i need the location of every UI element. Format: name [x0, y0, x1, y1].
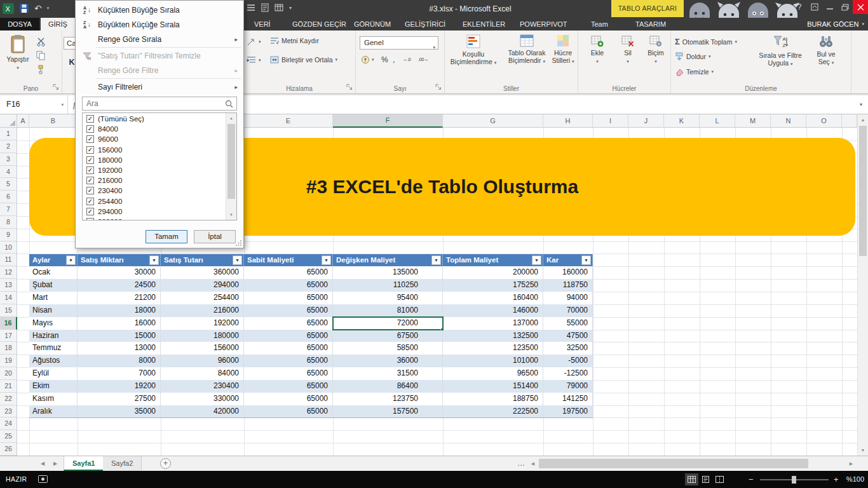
cell-F22[interactable]: 123750 [333, 393, 443, 405]
cell-H14[interactable]: 94000 [543, 292, 593, 304]
cell-F16[interactable]: 72000 [333, 317, 443, 330]
cell-F12[interactable]: 135000 [333, 266, 443, 279]
row-header-9[interactable]: 9 [0, 229, 17, 241]
cell-C15[interactable]: 18000 [78, 304, 161, 317]
conditional-formatting-button[interactable]: Koşullu Biçimlendirme ▾ [447, 33, 499, 67]
cell-E14[interactable]: 65000 [244, 292, 333, 304]
decrease-decimal-icon[interactable]: .00→ [418, 57, 428, 62]
search-icon[interactable] [225, 100, 233, 108]
cell-E22[interactable]: 65000 [244, 393, 333, 405]
row-header-14[interactable]: 14 [0, 292, 17, 304]
account-user[interactable]: BURAK GÖCEN▾ [807, 18, 864, 30]
checkbox-checked[interactable]: ✓ [86, 198, 94, 205]
qat-menu-icon[interactable] [247, 4, 255, 11]
cell-C20[interactable]: 7000 [78, 367, 161, 380]
row-header-1[interactable]: 1 [0, 128, 17, 140]
cell-G19[interactable]: 101000 [443, 355, 543, 367]
cell-B20[interactable]: Eylül [29, 367, 78, 380]
save-icon[interactable] [19, 3, 29, 13]
table-header-Toplam Maliyet[interactable]: Toplam Maliyet▼ [443, 254, 543, 267]
increase-decimal-icon[interactable]: ←.0 [403, 57, 410, 62]
filter-list-scroll-thumb[interactable] [227, 124, 235, 199]
checkbox-checked[interactable]: ✓ [86, 187, 94, 194]
cell-F15[interactable]: 81000 [333, 304, 443, 317]
column-header-L[interactable]: L [700, 114, 735, 128]
column-header-M[interactable]: M [735, 114, 771, 128]
zoom-out-icon[interactable]: − [749, 471, 754, 488]
table-header-Satış Tutarı[interactable]: Satış Tutarı▼ [161, 254, 244, 267]
restore-icon[interactable] [837, 0, 853, 14]
cell-F18[interactable]: 58500 [333, 342, 443, 355]
filter-list-scrollbar[interactable]: ▲ ▼ [226, 113, 236, 220]
column-header-B[interactable]: B [29, 114, 78, 128]
filter-dropdown-icon[interactable]: ▼ [66, 255, 76, 265]
cell-F17[interactable]: 67500 [333, 330, 443, 342]
tab-tasarim[interactable]: TASARIM [628, 18, 674, 30]
number-dialog-launcher[interactable] [435, 84, 442, 91]
cell-F21[interactable]: 86400 [333, 380, 443, 393]
row-header-20[interactable]: 20 [0, 367, 17, 380]
cell-B16[interactable]: Mayıs [29, 317, 78, 330]
scroll-up-icon[interactable]: ▲ [226, 113, 236, 123]
scroll-left-icon[interactable]: ◀ [527, 458, 538, 470]
table-header-Kar[interactable]: Kar▼ [543, 254, 593, 267]
cancel-button[interactable]: İptal [194, 230, 236, 243]
row-header-5[interactable]: 5 [0, 178, 17, 191]
row-header-22[interactable]: 22 [0, 393, 17, 405]
checkbox-checked[interactable]: ✓ [86, 177, 94, 184]
row-header-13[interactable]: 13 [0, 279, 17, 292]
normal-view-icon[interactable] [685, 473, 698, 485]
cell-D13[interactable]: 294000 [161, 279, 244, 292]
horizontal-scroll-thumb[interactable] [539, 459, 808, 468]
cell-H21[interactable]: 79000 [543, 380, 593, 393]
cell-C19[interactable]: 8000 [78, 355, 161, 367]
checkbox-checked[interactable]: ✓ [86, 156, 94, 164]
cell-F14[interactable]: 95400 [333, 292, 443, 304]
cell-D16[interactable]: 192000 [161, 317, 244, 330]
macro-record-icon[interactable] [38, 475, 48, 483]
cell-G13[interactable]: 175250 [443, 279, 543, 292]
format-cells-button[interactable]: Biçim▾ [642, 36, 670, 65]
cell-G22[interactable]: 188750 [443, 393, 543, 405]
cell-B17[interactable]: Haziran [29, 330, 78, 342]
row-header-7[interactable]: 7 [0, 203, 17, 216]
cut-icon[interactable] [34, 36, 47, 47]
filter-value-216000[interactable]: ✓216000 [83, 175, 226, 186]
cell-H16[interactable]: 55000 [543, 317, 593, 330]
cell-E12[interactable]: 65000 [244, 266, 333, 279]
tab-bar-splitter-icon[interactable]: … [517, 456, 525, 470]
select-all-corner[interactable] [0, 114, 17, 128]
tab-giris[interactable]: GİRİŞ [41, 18, 75, 30]
scroll-down-icon[interactable]: ▼ [226, 210, 236, 220]
cell-E18[interactable]: 65000 [244, 342, 333, 355]
cell-H12[interactable]: 160000 [543, 266, 593, 279]
cell-E13[interactable]: 65000 [244, 279, 333, 292]
row-header-11[interactable]: 11 [0, 254, 17, 266]
table-header-Satış Miktarı[interactable]: Satış Miktarı▼ [78, 254, 161, 267]
cell-G23[interactable]: 222500 [443, 405, 543, 418]
wrap-text-button[interactable]: Metni Kaydır [270, 37, 319, 44]
row-header-16[interactable]: 16 [0, 317, 17, 330]
cell-B15[interactable]: Nisan [29, 304, 78, 317]
cell-H23[interactable]: 197500 [543, 405, 593, 418]
cell-C17[interactable]: 15000 [78, 330, 161, 342]
cell-G16[interactable]: 137000 [443, 317, 543, 330]
sort-filter-button[interactable]: AZ Sırala ve Filtre Uygula ▾ [757, 33, 803, 68]
tab-veri̇[interactable]: VERİ [247, 18, 278, 30]
cell-B12[interactable]: Ocak [29, 266, 78, 279]
vertical-scrollbar[interactable]: ▲ ▼ [857, 114, 868, 456]
comma-style-icon[interactable]: , [393, 55, 395, 64]
column-header-I[interactable]: I [593, 114, 628, 128]
cell-F13[interactable]: 110250 [333, 279, 443, 292]
number-format-combo[interactable]: Genel ▾ [360, 36, 438, 50]
cell-G12[interactable]: 200000 [443, 266, 543, 279]
checkbox-checked[interactable]: ✓ [86, 218, 94, 220]
table-header-Aylar[interactable]: Aylar▼ [29, 254, 78, 267]
checkbox-checked[interactable]: ✓ [86, 146, 94, 154]
column-header-N[interactable]: N [771, 114, 806, 128]
cell-F23[interactable]: 157500 [333, 405, 443, 418]
row-header-12[interactable]: 12 [0, 266, 17, 279]
copy-icon[interactable] [34, 50, 47, 61]
find-select-button[interactable]: Bul ve Seç ▾ [807, 33, 845, 67]
column-header-G[interactable]: G [443, 114, 543, 128]
